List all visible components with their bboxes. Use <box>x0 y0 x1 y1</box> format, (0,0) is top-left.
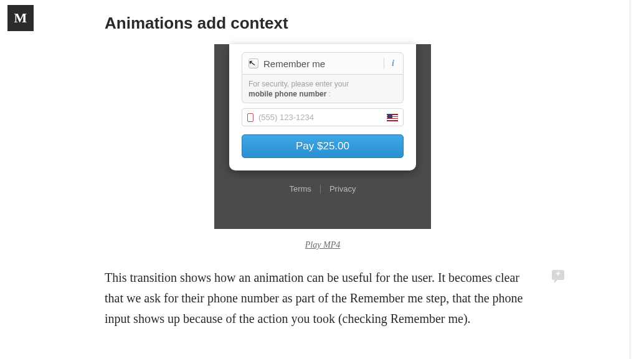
paragraph-wrap: This transition shows how an animation c… <box>105 268 541 329</box>
divider <box>384 58 384 69</box>
play-mp4-link[interactable]: Play MP4 <box>305 240 340 249</box>
body-paragraph: This transition shows how an animation c… <box>105 268 541 329</box>
logo-letter: M <box>14 10 27 26</box>
remember-checkbox[interactable] <box>249 58 258 68</box>
security-prefix: For security, please enter your <box>249 80 349 88</box>
section-heading: Animations add context <box>105 14 541 33</box>
payment-card: ↖ Remember me i For security, please ent… <box>229 44 416 170</box>
article-body: Animations add context ↖ Remember me i F… <box>105 14 541 329</box>
terms-link[interactable]: Terms <box>289 184 311 193</box>
figure-footer-links: Terms Privacy <box>289 184 356 193</box>
phone-icon <box>247 113 253 122</box>
phone-placeholder: (555) 123-1234 <box>258 113 382 122</box>
figure-container: ↖ Remember me i For security, please ent… <box>214 44 431 250</box>
divider <box>320 185 321 193</box>
security-text: For security, please enter your mobile p… <box>249 80 397 99</box>
pay-button-label: Pay $25.00 <box>296 140 349 152</box>
phone-input-row[interactable]: (555) 123-1234 <box>242 108 404 126</box>
remember-me-row[interactable]: ↖ Remember me i <box>242 52 404 75</box>
security-message: For security, please enter your mobile p… <box>242 75 404 103</box>
security-bold: mobile phone number <box>249 90 326 98</box>
remember-label: Remember me <box>263 58 325 69</box>
figure-caption: Play MP4 <box>214 239 431 250</box>
privacy-link[interactable]: Privacy <box>329 184 356 193</box>
security-suffix: : <box>326 90 331 98</box>
info-icon[interactable]: i <box>389 58 397 68</box>
pay-button[interactable]: Pay $25.00 <box>242 134 404 158</box>
embedded-figure: ↖ Remember me i For security, please ent… <box>214 44 431 229</box>
flag-icon[interactable] <box>387 114 398 121</box>
site-logo[interactable]: M <box>7 5 34 31</box>
vertical-divider <box>630 0 630 359</box>
comment-icon[interactable] <box>552 270 564 280</box>
